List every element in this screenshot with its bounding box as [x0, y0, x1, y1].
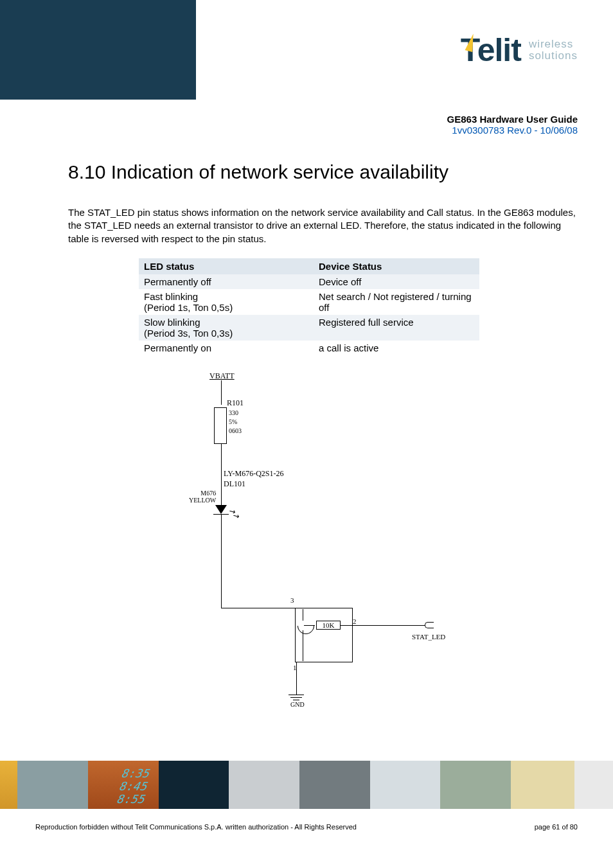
table-row: Fast blinking (Period 1s, Ton 0,5s) Net … [139, 289, 479, 315]
gnd-icon [290, 697, 302, 698]
logo-tagline: wireless solutions [529, 39, 578, 62]
section-paragraph: The STAT_LED pin status shows informatio… [68, 206, 578, 245]
doc-revision: 1vv0300783 Rev.0 - 10/06/08 [0, 125, 578, 136]
cell-dev: Net search / Not registered / turning of… [314, 289, 479, 315]
footer-copyright: Reproduction forbidden without Telit Com… [35, 823, 357, 831]
pin-stat-led [425, 622, 434, 628]
wire [353, 625, 425, 626]
table-row: Permanently on a call is active [139, 341, 479, 355]
label-vbatt: VBATT [209, 371, 235, 381]
wire [304, 625, 315, 626]
telit-logo: Telit wireless solutions [461, 31, 578, 69]
led-status-table: LED status Device Status Permanently off… [139, 258, 479, 355]
thumbnail [511, 761, 574, 809]
header-right: Telit wireless solutions [196, 0, 613, 100]
footer-page: page 61 of 80 [535, 823, 578, 831]
cell-dev: Device off [314, 274, 479, 289]
label-m676: M676 YELLOW [189, 490, 216, 504]
label-pin2: 2 [353, 617, 357, 625]
label-stat-led: STAT_LED [412, 633, 445, 641]
thumbnail [17, 761, 88, 809]
thumbnail [574, 761, 613, 809]
header-left-block [0, 0, 196, 100]
label-pin3: 3 [290, 596, 294, 604]
footer-image-strip [0, 761, 613, 809]
section-heading: 8.10 Indication of network service avail… [68, 161, 578, 183]
led-icon [215, 505, 227, 514]
resistor-10k: 10K [316, 621, 341, 630]
transistor-block [295, 608, 353, 662]
label-gnd: GND [290, 701, 305, 708]
cell-led: Fast blinking (Period 1s, Ton 0,5s) [139, 289, 314, 315]
cell-dev: a call is active [314, 341, 479, 355]
table-row: Permanently off Device off [139, 274, 479, 289]
wire [221, 380, 222, 405]
r101-values: 330 5% 0603 [229, 409, 242, 436]
th-led-status: LED status [139, 258, 314, 274]
wire [221, 515, 222, 608]
thumbnail [159, 761, 229, 809]
wire [221, 608, 295, 608]
label-dl101: DL101 [224, 479, 245, 489]
table-row: Slow blinking (Period 3s, Ton 0,3s) Regi… [139, 315, 479, 341]
thumbnail [370, 761, 441, 809]
circuit-schematic: VBATT R101 330 5% 0603 LY-M676-Q2S1-26 D… [152, 371, 460, 712]
doc-title: GE863 Hardware User Guide [0, 114, 578, 125]
thumbnail [229, 761, 299, 809]
th-device-status: Device Status [314, 258, 479, 274]
doc-meta: GE863 Hardware User Guide 1vv0300783 Rev… [0, 100, 613, 136]
wire [303, 609, 303, 621]
footer-line: Reproduction forbidden without Telit Com… [0, 823, 613, 831]
content-area: 8.10 Indication of network service avail… [0, 136, 613, 712]
cell-led: Permanently off [139, 274, 314, 289]
label-partnum: LY-M676-Q2S1-26 [224, 469, 283, 479]
cell-dev: Registered full service [314, 315, 479, 341]
gnd-icon [293, 700, 299, 700]
gnd-icon [289, 695, 304, 695]
label-r101: R101 [227, 398, 244, 408]
cell-led: Permanently on [139, 341, 314, 355]
thumbnail [0, 761, 17, 809]
wire [296, 662, 297, 695]
resistor-r101 [214, 407, 227, 444]
wire [303, 630, 303, 661]
wire [341, 625, 353, 626]
page-header: Telit wireless solutions [0, 0, 613, 100]
light-arrow-icon: ↘ [231, 510, 242, 522]
cell-led: Slow blinking (Period 3s, Ton 0,3s) [139, 315, 314, 341]
wire [221, 444, 222, 505]
thumbnail [299, 761, 370, 809]
thumbnail [440, 761, 511, 809]
